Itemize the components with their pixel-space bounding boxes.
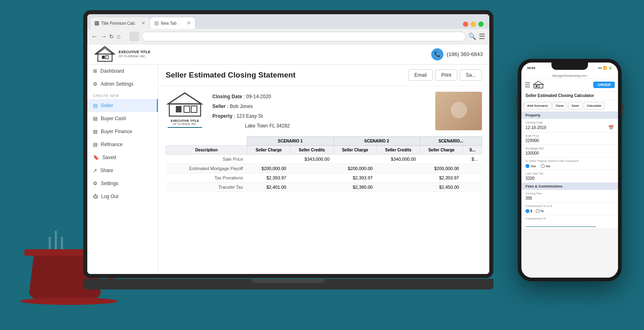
sidebar-item-buyer-finance[interactable]: ▤ Buyer Finance	[87, 125, 158, 138]
sale-price-s1-charge	[247, 155, 290, 164]
commission-pct-input[interactable]	[525, 222, 596, 227]
seller-paying-label: Is Seller Paying Owners Title Insurance	[525, 159, 614, 163]
report-logo-block: EXECUTIVE TITLE OF FLORIDA, INC.	[166, 92, 204, 128]
status-icons: ▪▪▪ 📶 🔋	[598, 66, 612, 70]
mortgage-bal-field[interactable]: Mortgage Bal 100000	[521, 145, 618, 157]
sidebar-item-share[interactable]: ↗ Share	[87, 164, 158, 177]
sidebar-label-dashboard: Dashboard	[100, 68, 124, 74]
tax-s1-charge: $2,393.97	[247, 173, 290, 183]
phone-hamburger-icon[interactable]: ☰	[525, 81, 530, 89]
report-logo-svg	[166, 92, 204, 118]
col-description: Description	[166, 146, 247, 155]
phone-order-button[interactable]: ORDER	[593, 82, 615, 88]
browser-tab-1[interactable]: Title Premium Calc ✕	[91, 17, 149, 29]
report-divider	[168, 127, 202, 128]
search-icon[interactable]: 🔍	[468, 32, 476, 40]
sidebar-item-seller[interactable]: ▤ Seller	[87, 99, 158, 112]
phone-save-button[interactable]: Save	[568, 102, 583, 110]
sidebar-label-share: Share	[100, 168, 113, 173]
sidebar-item-logout[interactable]: ⏻ Log Out	[87, 190, 158, 203]
seller-paying-field: Is Seller Paying Owners Title Insurance …	[521, 157, 618, 170]
reload-button[interactable]: ↻	[109, 33, 114, 40]
volume-down	[516, 107, 518, 116]
page-title: Seller Estimated Closing Statement	[166, 71, 296, 80]
last-year-tax-field[interactable]: Last Year Tax 3200	[521, 170, 618, 183]
tab-close-2[interactable]: ✕	[187, 20, 191, 26]
laptop-frame: Title Premium Calc ✕ New Tab ✕ ←	[83, 10, 493, 278]
last-year-tax-value: 3200	[525, 176, 614, 181]
scenario2-header: SCENARIO 2	[333, 137, 420, 146]
forward-button[interactable]: →	[100, 33, 107, 40]
address-bar[interactable]	[142, 32, 466, 41]
radio-yes-circle	[525, 164, 529, 168]
browser-toolbar: ← → ↻ ⌂ 🔍 ☰	[87, 29, 489, 44]
phone-url-bar: titleagentmarketing.com	[521, 73, 618, 79]
browser-tabs-bar: Title Premium Calc ✕ New Tab ✕	[87, 14, 489, 29]
svg-rect-2	[98, 54, 112, 61]
email-button[interactable]: Email	[408, 69, 433, 81]
print-button[interactable]: Print	[435, 69, 458, 81]
closing-fee-field[interactable]: Closing Fee 395	[521, 190, 618, 203]
save-button[interactable]: Sa...	[460, 69, 482, 81]
tax-s1-credits	[290, 173, 333, 183]
table-row-sale-price: Sale Price $343,000.00 $340,000.00 $...	[166, 155, 482, 164]
radio-no[interactable]: No	[541, 164, 550, 168]
radio-yes[interactable]: Yes	[525, 164, 536, 168]
page-icon	[130, 32, 139, 41]
sidebar-item-dashboard[interactable]: ⊞ Dashboard	[87, 65, 158, 78]
closing-date-field[interactable]: Closing Date 12-18-2019 📅	[521, 119, 618, 132]
tax-label: Tax Prorations	[166, 173, 247, 183]
phone-info: 📞 (186) 360-6843	[431, 48, 483, 60]
menu-icon[interactable]: ☰	[479, 32, 485, 41]
back-button[interactable]: ←	[91, 33, 98, 40]
commission-pct-field[interactable]: Commission %	[521, 215, 618, 229]
sidebar-item-settings[interactable]: ⚙ Settings	[87, 177, 158, 190]
browser-tab-2[interactable]: New Tab ✕	[150, 17, 195, 29]
buyer-finance-icon: ▤	[93, 129, 97, 134]
tab-label-2: New Tab	[161, 21, 177, 26]
report-company-sub: OF FLORIDA, INC.	[173, 123, 197, 125]
close-button[interactable]	[463, 22, 468, 27]
commission-pct-label: Commission %	[525, 217, 614, 220]
sale-price-field[interactable]: Sale Price 229900	[521, 132, 618, 145]
home-button[interactable]: ⌂	[117, 33, 121, 40]
calculate-button[interactable]: Calculate	[583, 102, 605, 110]
notch	[551, 63, 588, 70]
tab-close-1[interactable]: ✕	[141, 20, 145, 26]
app-content: EXECUTIVE TITLE OF FLORIDA, INC. 📞 (186)…	[87, 44, 489, 274]
clear-button[interactable]: Clear	[553, 102, 567, 110]
signal-icon: ▪▪▪	[598, 66, 602, 70]
transfer-label: Transfer Tax	[166, 183, 247, 192]
minimize-button[interactable]	[471, 22, 476, 27]
laptop-base	[83, 279, 493, 289]
last-year-tax-label: Last Year Tax	[525, 172, 614, 175]
table-row-transfer: Transfer Tax $2,401.00 $2,380.00 $2,450.…	[166, 183, 482, 192]
scenario1-header: SCENARIO 1	[247, 137, 334, 146]
maximize-button[interactable]	[478, 22, 484, 27]
table-row-tax: Tax Prorations $2,393.97 $2,393.97 $2,39…	[166, 173, 482, 183]
report-header-row: EXECUTIVE TITLE OF FLORIDA, INC. Closing…	[166, 92, 482, 131]
phone-icon-circle: 📞	[431, 48, 443, 60]
commission-toggle-field: Commission % or $ $ %	[521, 203, 618, 215]
tax-s3-charge: $2,393.97	[420, 173, 463, 183]
transfer-s3-charge: $2,450.00	[420, 183, 463, 192]
calendar-icon[interactable]: 📅	[608, 125, 614, 130]
sale-price-s2-charge	[333, 155, 376, 164]
create-new-label: CREATE NEW	[87, 91, 158, 99]
logo-line2: OF FLORIDA, INC.	[119, 54, 151, 58]
radio-group: Yes No	[525, 164, 614, 168]
sidebar-label-seller: Seller	[101, 103, 113, 108]
sidebar-item-saved[interactable]: 🔖 Saved	[87, 151, 158, 164]
sidebar-item-refinance[interactable]: ▤ Refinance	[87, 138, 158, 151]
sidebar-item-buyer-cash[interactable]: ▤ Buyer Cash	[87, 112, 158, 125]
battery-icon: 🔋	[608, 66, 612, 70]
sidebar-item-admin[interactable]: ⚙ Admin Settings	[87, 78, 158, 91]
col-s1-charge: Seller Charge	[247, 146, 290, 155]
svg-rect-11	[534, 84, 543, 88]
sidebar-label-admin: Admin Settings	[101, 81, 134, 87]
toggle-percent[interactable]: %	[536, 209, 544, 213]
add-scenario-button[interactable]: Add Scenario	[524, 102, 551, 110]
volume-up	[516, 95, 518, 104]
laptop-container: Title Premium Calc ✕ New Tab ✕ ←	[83, 10, 493, 289]
toggle-dollar[interactable]: $	[525, 209, 532, 213]
